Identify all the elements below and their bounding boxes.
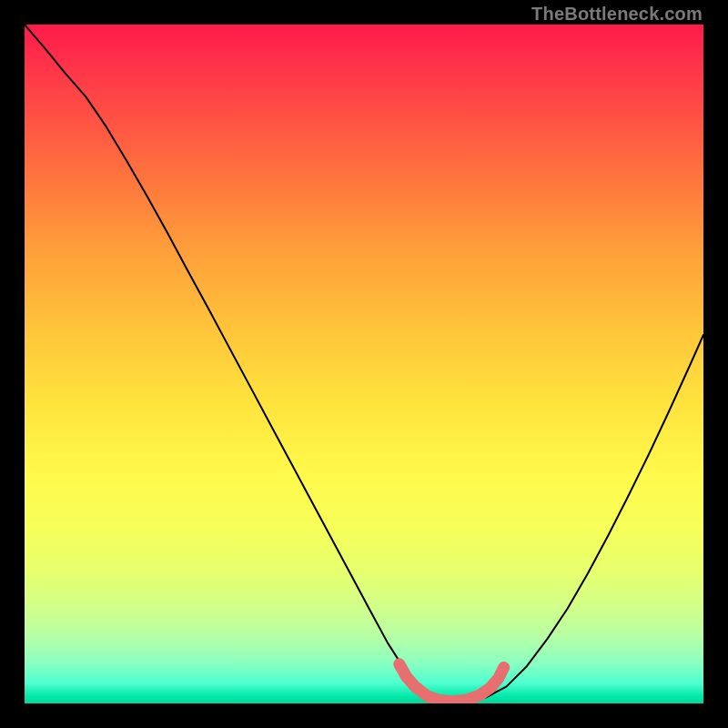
chart-svg xyxy=(25,25,703,703)
sweet-spot-band xyxy=(399,664,504,702)
chart-frame: TheBottleneck.com xyxy=(0,0,728,728)
watermark-text: TheBottleneck.com xyxy=(531,4,703,25)
plot-area xyxy=(25,25,703,703)
bottleneck-curve xyxy=(25,25,703,702)
